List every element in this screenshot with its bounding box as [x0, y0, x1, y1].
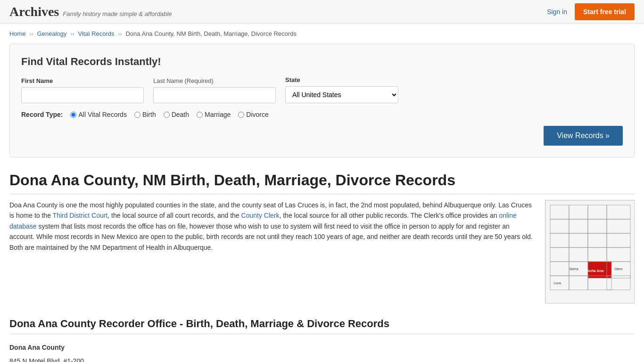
radio-marriage[interactable]: Marriage — [197, 111, 231, 118]
county-clerk-link[interactable]: County Clerk — [241, 212, 280, 219]
breadcrumb-sep-1: ›› — [29, 30, 33, 37]
svg-text:Luna: Luna — [553, 281, 561, 285]
body-text: Doa Ana County is one the most highly po… — [9, 200, 534, 304]
state-label: State — [285, 76, 398, 83]
search-fields-row: First Name Last Name (Required) State Al… — [21, 76, 623, 103]
breadcrumb-sep-2: ›› — [70, 30, 74, 37]
radio-all-vital-records[interactable]: All Vital Records — [70, 111, 126, 118]
logo-tagline: Family history made simple & affordable — [63, 10, 172, 17]
recorder-section-title: Dona Ana County Recorder Office - Birth,… — [9, 318, 635, 334]
last-name-label: Last Name (Required) — [153, 77, 276, 84]
main-content: Dona Ana County, NM Birth, Death, Marria… — [0, 167, 644, 362]
page-title: Dona Ana County, NM Birth, Death, Marria… — [9, 172, 635, 194]
last-name-group: Last Name (Required) — [153, 77, 276, 103]
svg-text:Doña Ana: Doña Ana — [586, 269, 604, 273]
recorder-section: Dona Ana County Recorder Office - Birth,… — [9, 318, 635, 362]
office-info: Dona Ana County 845 N Motel Blvd, #1-200… — [9, 342, 635, 362]
record-type-row: Record Type: All Vital Records Birth Dea… — [21, 111, 623, 118]
breadcrumb: Home ›› Genealogy ›› Vital Records ›› Do… — [0, 24, 644, 44]
state-group: State All United States Alabama Alaska A… — [285, 76, 398, 103]
body-paragraph: Doa Ana County is one the most highly po… — [9, 200, 534, 253]
map-svg: Doña Ana Sierra Luna Otero — [545, 200, 635, 304]
breadcrumb-sep-3: ›› — [118, 30, 122, 37]
state-select[interactable]: All United States Alabama Alaska Arizona… — [285, 86, 398, 103]
first-name-input[interactable] — [21, 87, 144, 103]
office-name: Dona Ana County — [9, 342, 635, 354]
radio-divorce[interactable]: Divorce — [238, 111, 268, 118]
start-free-trial-button[interactable]: Start free trial — [575, 3, 635, 20]
breadcrumb-vital-records[interactable]: Vital Records — [78, 30, 114, 37]
record-type-label: Record Type: — [21, 111, 63, 118]
view-records-button[interactable]: View Records » — [544, 126, 623, 146]
svg-text:Sierra: Sierra — [570, 267, 578, 271]
last-name-input[interactable] — [153, 87, 276, 103]
header-actions: Sign in Start free trial — [547, 3, 635, 20]
svg-rect-0 — [545, 200, 635, 304]
first-name-label: First Name — [21, 77, 144, 84]
first-name-group: First Name — [21, 77, 144, 103]
search-form-title: Find Vital Records Instantly! — [21, 56, 623, 68]
logo-archives: Archives — [9, 4, 59, 19]
content-area: Doa Ana County is one the most highly po… — [9, 200, 635, 304]
third-district-court-link[interactable]: Third District Court — [53, 212, 108, 219]
office-address1: 845 N Motel Blvd, #1-200 — [9, 355, 635, 362]
radio-birth[interactable]: Birth — [134, 111, 156, 118]
sign-in-link[interactable]: Sign in — [547, 8, 567, 16]
header-logo-area: Archives Family history made simple & af… — [9, 4, 172, 19]
nm-county-map: Doña Ana Sierra Luna Otero — [545, 200, 635, 304]
site-header: Archives Family history made simple & af… — [0, 0, 644, 24]
breadcrumb-home[interactable]: Home — [9, 30, 26, 37]
search-form-container: Find Vital Records Instantly! First Name… — [9, 44, 635, 157]
radio-death[interactable]: Death — [164, 111, 189, 118]
svg-text:Otero: Otero — [614, 267, 623, 271]
search-actions: View Records » — [21, 126, 623, 146]
breadcrumb-current: Dona Ana County, NM Birth, Death, Marria… — [125, 30, 296, 37]
breadcrumb-genealogy[interactable]: Genealogy — [37, 30, 67, 37]
